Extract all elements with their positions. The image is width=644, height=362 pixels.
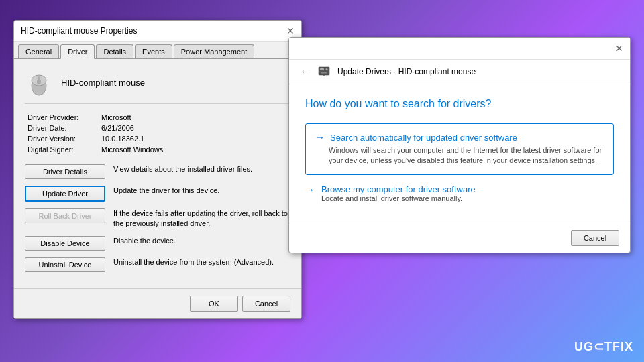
version-label: Driver Version: [28,135,101,143]
version-value: 10.0.18362.1 [101,135,144,143]
update-driver-dialog-title: Update Drivers - HID-compliant mouse [337,67,476,76]
signer-value: Microsoft Windows [101,145,163,154]
watermark: UG⊂TFIX [574,339,633,354]
disable-device-desc: Disable the device. [113,236,290,246]
date-label: Driver Date: [28,124,101,132]
properties-ok-button[interactable]: OK [190,296,238,312]
properties-footer: OK Cancel [14,288,301,318]
uninstall-device-button[interactable]: Uninstall Device [25,257,105,272]
update-drivers-cancel-button[interactable]: Cancel [571,230,619,246]
properties-titlebar: HID-compliant mouse Properties ✕ [14,21,301,42]
device-header: HID-compliant mouse [25,68,290,104]
tab-driver[interactable]: Driver [60,44,95,59]
driver-details-button[interactable]: Driver Details [25,164,105,179]
svg-point-3 [37,79,41,84]
svg-rect-5 [320,68,324,70]
properties-cancel-button[interactable]: Cancel [242,296,290,312]
tab-power-management[interactable]: Power Management [174,44,254,58]
roll-back-desc: If the device fails after updating the d… [113,208,290,229]
action-row-driver-details: Driver Details View details about the in… [25,164,290,179]
search-question-label: How do you want to search for drivers? [305,98,614,110]
action-row-uninstall-device: Uninstall Device Uninstall the device fr… [25,257,290,272]
tab-general[interactable]: General [18,44,59,58]
browse-desc: Locate and install driver software manua… [321,194,476,202]
svg-rect-8 [323,75,325,76]
mouse-icon [25,68,53,97]
update-driver-button[interactable]: Update Driver [25,186,105,202]
update-drivers-titlebar: ✕ [289,38,630,60]
info-row-version: Driver Version: 10.0.18362.1 [28,135,288,143]
date-value: 6/21/2006 [101,124,134,132]
svg-rect-4 [319,67,329,75]
properties-tabs: General Driver Details Events Power Mana… [14,42,301,59]
properties-title: HID-compliant mouse Properties [21,26,137,36]
update-drivers-footer: Cancel [289,223,630,253]
update-driver-desc: Update the driver for this device. [113,186,290,196]
info-row-date: Driver Date: 6/21/2006 [28,124,288,132]
provider-label: Driver Provider: [28,113,101,121]
info-row-signer: Digital Signer: Microsoft Windows [28,145,288,154]
update-drivers-dialog: ✕ ← Update Drivers - HID-compliant mouse… [288,37,631,253]
browse-option[interactable]: → Browse my computer for driver software… [305,184,614,202]
driver-details-desc: View details about the installed driver … [113,164,290,174]
roll-back-driver-button[interactable]: Roll Back Driver [25,208,105,223]
browse-arrow-icon: → [305,184,315,195]
action-row-update-driver: Update Driver Update the driver for this… [25,186,290,202]
provider-value: Microsoft [101,113,131,121]
update-drivers-content: How do you want to search for drivers? →… [289,84,630,223]
svg-point-6 [326,68,328,70]
driver-info-table: Driver Provider: Microsoft Driver Date: … [25,113,290,154]
auto-search-title: → Search automatically for updated drive… [315,132,604,143]
properties-dialog: HID-compliant mouse Properties ✕ General… [13,20,302,319]
svg-rect-7 [321,72,327,74]
driver-icon [317,65,331,78]
signer-label: Digital Signer: [28,145,101,154]
device-name-label: HID-compliant mouse [61,78,145,88]
disable-device-button[interactable]: Disable Device [25,236,105,251]
auto-search-arrow-icon: → [315,132,325,143]
update-drivers-close-button[interactable]: ✕ [615,43,623,54]
info-row-provider: Driver Provider: Microsoft [28,113,288,121]
properties-content: HID-compliant mouse Driver Provider: Mic… [14,59,301,288]
action-row-roll-back: Roll Back Driver If the device fails aft… [25,208,290,229]
action-row-disable-device: Disable Device Disable the device. [25,236,290,251]
uninstall-device-desc: Uninstall the device from the system (Ad… [113,257,290,267]
back-arrow-icon[interactable]: ← [300,66,311,78]
tab-events[interactable]: Events [135,44,172,58]
properties-close-button[interactable]: ✕ [286,26,294,36]
tab-details[interactable]: Details [96,44,133,58]
auto-search-option[interactable]: → Search automatically for updated drive… [305,123,614,175]
auto-search-desc: Windows will search your computer and th… [315,145,604,166]
browse-title: Browse my computer for driver software [321,184,476,194]
update-drivers-header: ← Update Drivers - HID-compliant mouse [289,60,630,84]
